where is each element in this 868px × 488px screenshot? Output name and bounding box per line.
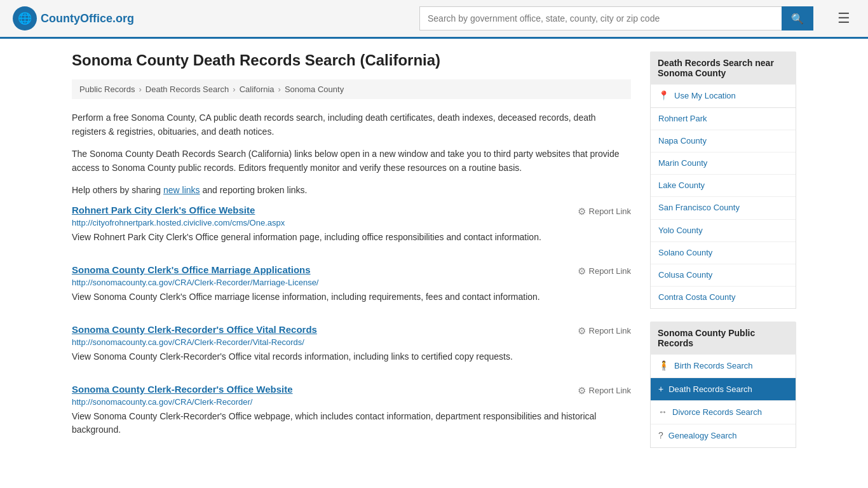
result-title-3[interactable]: Sonoma County Clerk-Recorder's Office We… xyxy=(72,384,293,395)
logo[interactable]: 🌐 CountyOffice.org xyxy=(13,6,134,30)
report-icon-2: ⚙ xyxy=(578,325,586,337)
breadcrumb-death-records[interactable]: Death Records Search xyxy=(146,85,229,94)
nearby-item: Contra Costa County xyxy=(651,287,796,308)
desc3-before: Help others by sharing xyxy=(72,185,163,195)
pr-icon-0: 🧍 xyxy=(658,360,669,372)
result-header: Sonoma County Clerk-Recorder's Office Vi… xyxy=(72,324,631,337)
result-header: Sonoma County Clerk-Recorder's Office We… xyxy=(72,384,631,397)
nearby-item: San Francisco County xyxy=(651,197,796,219)
public-records-item: ↔Divorce Records Search xyxy=(651,401,796,424)
result-url-2[interactable]: http://sonomacounty.ca.gov/CRA/Clerk-Rec… xyxy=(72,337,631,347)
public-records-link-3[interactable]: ?Genealogy Search xyxy=(651,424,796,447)
result-entry: Sonoma County Clerk's Office Marriage Ap… xyxy=(72,264,631,310)
results-container: Rohnert Park City Clerk's Office Website… xyxy=(72,205,631,443)
search-input[interactable] xyxy=(419,6,782,30)
result-url-0[interactable]: http://cityofrohnertpark.hosted.civicliv… xyxy=(72,218,631,227)
report-icon-1: ⚙ xyxy=(578,266,586,277)
nearby-item: Lake County xyxy=(651,175,796,197)
result-title-1[interactable]: Sonoma County Clerk's Office Marriage Ap… xyxy=(72,264,311,275)
nearby-list: 📍 Use My Location xyxy=(650,85,796,108)
breadcrumb-sep-3: › xyxy=(278,85,281,94)
pr-icon-1: + xyxy=(658,383,663,396)
logo-county: CountyOffice xyxy=(41,12,112,25)
report-link-label-1: Report Link xyxy=(589,266,631,276)
nearby-link-7[interactable]: Colusa County xyxy=(651,264,796,286)
nearby-heading: Death Records Search near Sonoma County xyxy=(650,51,796,85)
search-button[interactable]: 🔍 xyxy=(782,6,813,30)
result-entry: Sonoma County Clerk-Recorder's Office Vi… xyxy=(72,324,631,370)
result-header: Rohnert Park City Clerk's Office Website… xyxy=(72,205,631,218)
menu-button[interactable]: ☰ xyxy=(832,8,855,29)
public-records-item: ?Genealogy Search xyxy=(651,424,796,447)
report-link-1[interactable]: ⚙ Report Link xyxy=(578,266,631,277)
nearby-link-2[interactable]: Marin County xyxy=(651,152,796,174)
public-records-section: Sonoma County Public Records 🧍Birth Reco… xyxy=(650,322,796,447)
main-container: Sonoma County Death Records Search (Cali… xyxy=(59,39,809,473)
pr-icon-3: ? xyxy=(658,430,663,442)
desc3-after: and reporting broken links. xyxy=(200,185,308,195)
report-icon-3: ⚙ xyxy=(578,385,586,396)
breadcrumb-california[interactable]: California xyxy=(240,85,275,94)
public-records-link-1[interactable]: +Death Records Search xyxy=(651,378,796,401)
report-link-3[interactable]: ⚙ Report Link xyxy=(578,385,631,396)
header: 🌐 CountyOffice.org 🔍 ☰ xyxy=(0,0,868,39)
logo-icon: 🌐 xyxy=(13,6,37,30)
public-records-item: +Death Records Search xyxy=(651,378,796,402)
logo-text: CountyOffice.org xyxy=(41,12,134,25)
nearby-link-0[interactable]: Rohnert Park xyxy=(651,108,796,130)
breadcrumb: Public Records › Death Records Search › … xyxy=(72,79,631,99)
logo-suffix: .org xyxy=(112,12,134,25)
result-entry: Sonoma County Clerk-Recorder's Office We… xyxy=(72,384,631,443)
nearby-item: Yolo County xyxy=(651,220,796,242)
use-my-location-link[interactable]: 📍 Use My Location xyxy=(651,85,796,107)
result-title-0[interactable]: Rohnert Park City Clerk's Office Website xyxy=(72,205,255,215)
nearby-item: Marin County xyxy=(651,152,796,175)
use-my-location-label: Use My Location xyxy=(674,90,736,102)
page-title: Sonoma County Death Records Search (Cali… xyxy=(72,51,631,69)
nearby-link-6[interactable]: Solano County xyxy=(651,242,796,264)
nearby-link-1[interactable]: Napa County xyxy=(651,130,796,152)
report-link-label-2: Report Link xyxy=(589,326,631,336)
nearby-item: Napa County xyxy=(651,130,796,152)
result-desc-0: View Rohnert Park City Clerk's Office ge… xyxy=(72,231,631,244)
nearby-item: Colusa County xyxy=(651,264,796,287)
breadcrumb-sep-1: › xyxy=(139,85,141,94)
description-1: Perform a free Sonoma County, CA public … xyxy=(72,111,631,139)
pr-label-3: Genealogy Search xyxy=(668,430,737,442)
location-pin-icon: 📍 xyxy=(658,90,669,102)
result-desc-2: View Sonoma County Clerk-Recorder's Offi… xyxy=(72,350,631,363)
description-3: Help others by sharing new links and rep… xyxy=(72,183,631,197)
nearby-link-8[interactable]: Contra Costa County xyxy=(651,287,796,308)
report-link-label-3: Report Link xyxy=(589,386,631,395)
report-link-2[interactable]: ⚙ Report Link xyxy=(578,325,631,337)
pr-icon-2: ↔ xyxy=(658,406,667,419)
search-area: 🔍 xyxy=(419,6,813,30)
new-links-link[interactable]: new links xyxy=(163,185,200,195)
use-my-location-item: 📍 Use My Location xyxy=(651,85,796,107)
nearby-link-5[interactable]: Yolo County xyxy=(651,220,796,241)
breadcrumb-sep-2: › xyxy=(233,85,235,94)
result-url-1[interactable]: http://sonomacounty.ca.gov/CRA/Clerk-Rec… xyxy=(72,278,631,287)
result-desc-3: View Sonoma County Clerk-Recorder's Offi… xyxy=(72,410,631,437)
content-area: Sonoma County Death Records Search (Cali… xyxy=(72,51,631,461)
nearby-link-3[interactable]: Lake County xyxy=(651,175,796,196)
nearby-section: Death Records Search near Sonoma County … xyxy=(650,51,796,309)
report-icon-0: ⚙ xyxy=(578,206,586,217)
nearby-link-4[interactable]: San Francisco County xyxy=(651,197,796,219)
public-records-link-2[interactable]: ↔Divorce Records Search xyxy=(651,401,796,424)
breadcrumb-sonoma[interactable]: Sonoma County xyxy=(285,85,344,94)
public-records-link-0[interactable]: 🧍Birth Records Search xyxy=(651,355,796,377)
nearby-item: Solano County xyxy=(651,242,796,264)
description-2: The Sonoma County Death Records Search (… xyxy=(72,147,631,175)
public-records-item: 🧍Birth Records Search xyxy=(651,355,796,378)
nearby-item: Rohnert Park xyxy=(651,108,796,130)
pr-label-1: Death Records Search xyxy=(668,384,752,395)
pr-label-2: Divorce Records Search xyxy=(672,407,762,418)
result-desc-1: View Sonoma County Clerk's Office marria… xyxy=(72,290,631,304)
result-title-2[interactable]: Sonoma County Clerk-Recorder's Office Vi… xyxy=(72,324,317,335)
result-entry: Rohnert Park City Clerk's Office Website… xyxy=(72,205,631,250)
public-records-list: 🧍Birth Records Search+Death Records Sear… xyxy=(650,355,796,447)
breadcrumb-public-records[interactable]: Public Records xyxy=(79,85,135,94)
report-link-0[interactable]: ⚙ Report Link xyxy=(578,206,631,217)
result-url-3[interactable]: http://sonomacounty.ca.gov/CRA/Clerk-Rec… xyxy=(72,397,631,407)
